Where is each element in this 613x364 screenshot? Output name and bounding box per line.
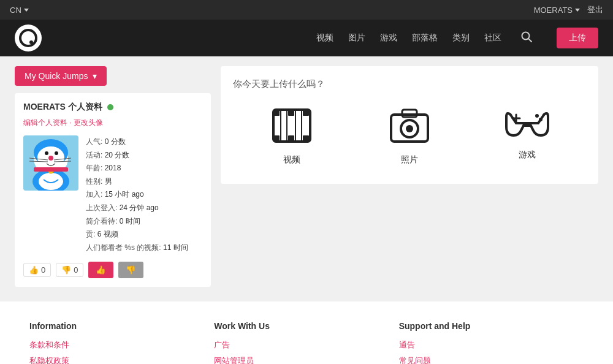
svg-rect-22 (273, 110, 280, 116)
svg-rect-26 (288, 135, 294, 142)
footer-col-workwith: Work With Us 广告 网站管理员 邀请朋友 (214, 321, 398, 364)
svg-point-33 (406, 125, 413, 132)
footer-link-ads[interactable]: 广告 (214, 337, 398, 353)
svg-point-0 (20, 30, 36, 46)
logo-icon (19, 29, 37, 47)
game-upload-label: 游戏 (519, 150, 536, 161)
footer-link-webmaster[interactable]: 网站管理员 (214, 353, 398, 364)
svg-point-18 (39, 173, 63, 190)
profile-edit-links: 编辑个人资料 · 更改头像 (23, 118, 202, 128)
lang-label: CN (10, 6, 21, 15)
top-bar: CN MOERATS 登出 (0, 0, 613, 20)
top-bar-right: MOERATS 登出 (534, 4, 603, 15)
game-upload-icon (505, 108, 549, 143)
edit-separator: · (69, 118, 74, 127)
stat-popularity: 人气: 0 分数 (86, 135, 202, 149)
avatar-image (23, 135, 78, 191)
lang-dropdown[interactable]: CN (10, 6, 29, 15)
quick-jumps-caret-icon: ▾ (93, 71, 97, 81)
upvote-number: 0 (41, 265, 45, 275)
svg-point-10 (45, 151, 48, 155)
svg-line-3 (528, 39, 531, 42)
logout-link[interactable]: 登出 (587, 4, 603, 15)
nav-video[interactable]: 视频 (316, 32, 333, 44)
site-logo[interactable] (15, 25, 42, 51)
right-panel: 你今天要上传什么吗？ (221, 66, 598, 287)
footer-information-title: Information (29, 321, 214, 331)
footer-link-privacy[interactable]: 私隐权政策 (29, 353, 214, 364)
svg-point-12 (48, 156, 53, 161)
nav-images[interactable]: 图片 (348, 32, 365, 44)
change-avatar-link[interactable]: 更改头像 (74, 118, 103, 127)
lang-caret-icon (24, 9, 29, 12)
upload-button[interactable]: 上传 (557, 28, 598, 48)
upload-prompt-title: 你今天要上传什么吗？ (233, 78, 586, 90)
footer-support-title: Support and Help (399, 321, 584, 331)
film-icon (272, 108, 311, 143)
downvote-number: 0 (74, 265, 78, 275)
photo-upload-label: 照片 (401, 154, 418, 165)
stat-joined: 加入: 15 小时 ago (86, 188, 202, 202)
profile-body: 人气: 0 分数 活动: 20 分数 年龄: 2018 性别: 男 加入: 15… (23, 135, 202, 254)
svg-rect-27 (303, 135, 309, 142)
svg-point-36 (535, 114, 539, 118)
upload-prompt: 你今天要上传什么吗？ (221, 66, 598, 184)
footer: Information 条款和条件 私隐权政策 DMCA 2257 Work W… (0, 301, 613, 364)
downvote-count: 👎 0 (56, 263, 83, 277)
nav-games[interactable]: 游戏 (380, 32, 397, 44)
upload-options: 视频 照片 (233, 102, 586, 172)
stat-gender: 性别: 男 (86, 175, 202, 189)
search-svg (521, 31, 532, 42)
svg-rect-29 (295, 110, 302, 142)
profile-stats: 人气: 0 分数 活动: 20 分数 年龄: 2018 性别: 男 加入: 15… (86, 135, 202, 254)
avatar (23, 135, 78, 191)
search-icon[interactable] (521, 31, 532, 45)
svg-point-1 (29, 40, 33, 44)
upvote-count: 👍 0 (23, 263, 51, 277)
upload-video-option[interactable]: 视频 (233, 102, 351, 172)
svg-rect-24 (303, 110, 309, 116)
photo-upload-icon (390, 108, 429, 148)
thumbs-up-icon: 👍 (29, 265, 39, 275)
thumbs-down-icon: 👎 (61, 265, 71, 275)
nav-categories[interactable]: 类别 (452, 32, 470, 44)
profile-header: MOERATS 个人资料 (23, 102, 202, 113)
content-area: My Quick Jumps ▾ MOERATS 个人资料 编辑个人资料 · 更… (0, 56, 613, 297)
upload-game-option[interactable]: 游戏 (468, 102, 586, 172)
nav-community[interactable]: 社区 (484, 32, 501, 44)
downvote-btn-icon: 👎 (126, 265, 136, 275)
svg-rect-23 (288, 110, 294, 116)
header: 视频 图片 游戏 部落格 类别 社区 上传 (0, 20, 613, 56)
upvote-button[interactable]: 👍 (88, 262, 113, 278)
footer-workwith-title: Work With Us (214, 321, 398, 331)
footer-link-faq[interactable]: 常见问题 (399, 353, 584, 364)
gamepad-icon (505, 108, 549, 138)
footer-link-terms[interactable]: 条款和条件 (29, 337, 214, 353)
user-label: MOERATS (534, 6, 573, 15)
footer-link-notices[interactable]: 通告 (399, 337, 584, 353)
nav-blog[interactable]: 部落格 (412, 32, 438, 44)
edit-profile-link[interactable]: 编辑个人资料 (23, 118, 67, 127)
stat-activity: 活动: 20 分数 (86, 149, 202, 162)
profile-card: MOERATS 个人资料 编辑个人资料 · 更改头像 (15, 93, 211, 287)
stat-profile-views: 简介看待: 0 时间 (86, 215, 202, 229)
user-dropdown[interactable]: MOERATS (534, 6, 580, 15)
left-panel: My Quick Jumps ▾ MOERATS 个人资料 编辑个人资料 · 更… (15, 66, 211, 287)
upload-photo-option[interactable]: 照片 (351, 102, 468, 172)
quick-jumps-label: My Quick Jumps (25, 71, 88, 81)
downvote-button[interactable]: 👎 (118, 262, 143, 278)
footer-col-support: Support and Help 通告 常见问题 帮助 / 意见 (399, 321, 584, 364)
profile-username: MOERATS 个人资料 (23, 102, 102, 113)
video-upload-label: 视频 (283, 154, 300, 165)
camera-icon (390, 108, 429, 143)
quick-jumps-button[interactable]: My Quick Jumps ▾ (15, 66, 107, 86)
stat-videos: 贡: 6 视频 (86, 228, 202, 241)
top-bar-left: CN (10, 6, 29, 15)
vote-row: 👍 0 👎 0 👍 👎 (23, 262, 202, 278)
svg-rect-20 (34, 167, 68, 172)
stat-views: 人们都看者 %s 的视频: 11 时间 (86, 241, 202, 255)
video-upload-icon (272, 108, 311, 148)
footer-columns: Information 条款和条件 私隐权政策 DMCA 2257 Work W… (29, 321, 584, 364)
svg-rect-28 (281, 110, 287, 142)
svg-point-37 (539, 118, 543, 121)
